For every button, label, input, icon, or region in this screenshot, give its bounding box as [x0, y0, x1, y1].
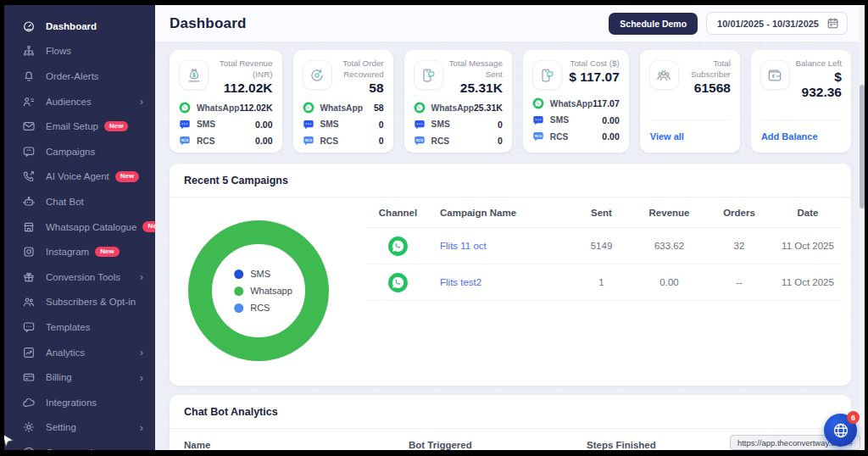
- channel-value: 0.00: [602, 131, 619, 142]
- sidebar-item-chat-bot[interactable]: Chat Bot: [4, 189, 155, 214]
- stat-card-header: Balance Left$ 932.36: [760, 58, 842, 100]
- channel-label: WhatsApp: [431, 103, 474, 113]
- legend-dot: [234, 303, 243, 313]
- gift-icon: [22, 270, 36, 284]
- stat-channel-row: RCSRCS0.00: [532, 129, 620, 146]
- chevron-right-icon: ›: [140, 447, 143, 450]
- whatsapp-icon: [387, 272, 409, 293]
- stat-channel-row: SMS0: [303, 116, 384, 133]
- rcs-icon: RCS: [303, 135, 314, 147]
- stat-value: 58: [337, 81, 384, 96]
- sidebar-item-conversations[interactable]: Conversations›: [4, 440, 155, 450]
- scrollbar-thumb[interactable]: [860, 85, 865, 209]
- sms-icon: [303, 119, 314, 131]
- cell-revenue: 0.00: [633, 277, 705, 287]
- content: Total Revenue (INR)112.02KWhatsApp112.02…: [155, 42, 865, 450]
- sidebar-item-instagram[interactable]: InstagramNew: [4, 239, 155, 264]
- conversations-icon: [22, 446, 36, 450]
- campaign-name-link[interactable]: Flits test2: [440, 277, 481, 287]
- campaign-name-link[interactable]: Flits 11 oct: [440, 241, 487, 251]
- svg-text:RCS: RCS: [305, 139, 312, 142]
- main-area: Dashboard Schedule Demo 10/01/2025 - 10/…: [155, 5, 865, 450]
- billing-icon: [22, 370, 36, 384]
- cell-campaign-name: Flits test2: [430, 277, 570, 287]
- channel-value: 0: [498, 120, 503, 130]
- channel-label: SMS: [197, 120, 215, 129]
- add-balance-link[interactable]: Add Balance: [761, 131, 818, 142]
- sidebar-item-conversion-tools[interactable]: Conversion Tools›: [4, 264, 155, 290]
- stat-channel-row: WhatsApp58: [303, 99, 384, 116]
- new-badge: New: [95, 247, 119, 258]
- channel-label: SMS: [550, 115, 569, 125]
- view-all-link[interactable]: View all: [650, 131, 684, 142]
- channel-label: WhatsApp: [550, 99, 593, 108]
- stat-channel-row: SMS0.00: [532, 112, 620, 129]
- rcs-icon: RCS: [179, 135, 191, 147]
- calendar-icon[interactable]: [826, 17, 839, 30]
- channel-value: 0: [379, 120, 384, 130]
- cloud-icon: [22, 396, 36, 409]
- stat-card-footer: View all: [649, 120, 731, 145]
- table-row: Flits test210.00--11 Oct 2025: [366, 264, 843, 301]
- cell-sent: 5149: [570, 241, 633, 251]
- scrollbar-track[interactable]: [859, 5, 865, 450]
- date-range-picker[interactable]: 10/01/2025 - 10/31/2025: [706, 12, 848, 35]
- column-header-name: Name: [184, 440, 409, 450]
- chat-widget-button[interactable]: 6: [824, 414, 857, 447]
- chevron-right-icon: ›: [140, 422, 143, 433]
- users-icon: [22, 295, 36, 309]
- channel-value: 0: [498, 136, 503, 146]
- sidebar-item-label: Email Setup: [46, 121, 98, 131]
- recent-campaigns-card: Recent 5 Campaigns SMSWhatsappRCS Channe…: [170, 164, 851, 386]
- envelope-icon: [22, 120, 36, 133]
- legend-label: RCS: [250, 303, 270, 313]
- stat-channel-row: RCSRCS0: [303, 132, 384, 149]
- sms-icon: [414, 119, 426, 131]
- sidebar-item-order-alerts[interactable]: Order-Alerts: [4, 64, 155, 89]
- sidebar-item-campaigns[interactable]: Campaigns: [4, 139, 155, 164]
- donut-legend: SMSWhatsappRCS: [234, 265, 292, 316]
- sidebar-item-email-setup[interactable]: Email SetupNew: [4, 114, 155, 139]
- new-badge: New: [104, 121, 128, 132]
- sidebar-item-subscribers-opt-in[interactable]: Subscribers & Opt-in: [4, 290, 155, 315]
- stat-card-header: Total Revenue (INR)112.02K: [179, 58, 273, 96]
- channel-label: SMS: [431, 120, 450, 129]
- sidebar-item-whatsapp-catalogue[interactable]: Whatsapp CatalogueNew: [4, 214, 155, 240]
- stat-value: $ 932.36: [795, 70, 842, 100]
- stat-title: Balance Left: [795, 58, 842, 69]
- sidebar-item-flows[interactable]: Flows: [4, 39, 155, 64]
- stat-channel-row: WhatsApp112.02K: [179, 99, 273, 116]
- column-header-channel: Channel: [366, 208, 430, 218]
- storefront-icon: [22, 220, 36, 234]
- new-badge: New: [115, 171, 139, 182]
- stat-card-text: Total Cost ($)$ 117.07: [567, 58, 620, 85]
- stat-card-header: Total Message Sent25.31K: [414, 58, 503, 96]
- sidebar-item-label: Whatsapp Catalogue: [46, 222, 136, 232]
- legend-label: Whatsapp: [250, 286, 292, 296]
- campaigns-table-body: Flits 11 oct5149633.623211 Oct 2025Flits…: [366, 228, 843, 301]
- stat-card-total-message-sent: Total Message Sent25.31KWhatsApp25.31KSM…: [404, 50, 512, 153]
- table-row: Flits 11 oct5149633.623211 Oct 2025: [366, 228, 843, 264]
- sidebar-item-integrations[interactable]: Integrations: [4, 390, 155, 415]
- date-range-value: 10/01/2025 - 10/31/2025: [717, 19, 819, 29]
- chatbot-analytics-title: Chat Bot Analytics: [170, 395, 851, 429]
- sidebar-item-analytics[interactable]: Analytics›: [4, 340, 155, 365]
- stat-channel-list: WhatsApp58SMS0RCSRCS0: [303, 96, 384, 149]
- cell-date: 11 Oct 2025: [773, 241, 843, 251]
- sidebar-item-label: Analytics: [46, 348, 85, 358]
- sidebar-item-setting[interactable]: Setting›: [4, 415, 155, 441]
- legend-dot: [234, 286, 243, 296]
- app-window: DashboardFlowsOrder-AlertsAudiences›Emai…: [4, 5, 865, 450]
- sidebar-item-billing[interactable]: Billing›: [4, 364, 155, 390]
- sidebar-item-label: Billing: [46, 372, 72, 382]
- channel-value: 112.02K: [239, 103, 272, 113]
- sidebar-item-dashboard[interactable]: Dashboard: [4, 14, 155, 39]
- sidebar-item-templates[interactable]: Templates: [4, 314, 155, 340]
- sidebar-item-label: Templates: [46, 322, 90, 332]
- schedule-demo-button[interactable]: Schedule Demo: [609, 13, 698, 35]
- rcs-icon: RCS: [532, 131, 544, 142]
- sidebar-item-audiences[interactable]: Audiences›: [4, 89, 155, 114]
- channel-value: 0.00: [602, 115, 619, 125]
- revenue-icon: [186, 67, 203, 84]
- sidebar-item-ai-voice-agent[interactable]: AI Voice AgentNew: [4, 164, 155, 190]
